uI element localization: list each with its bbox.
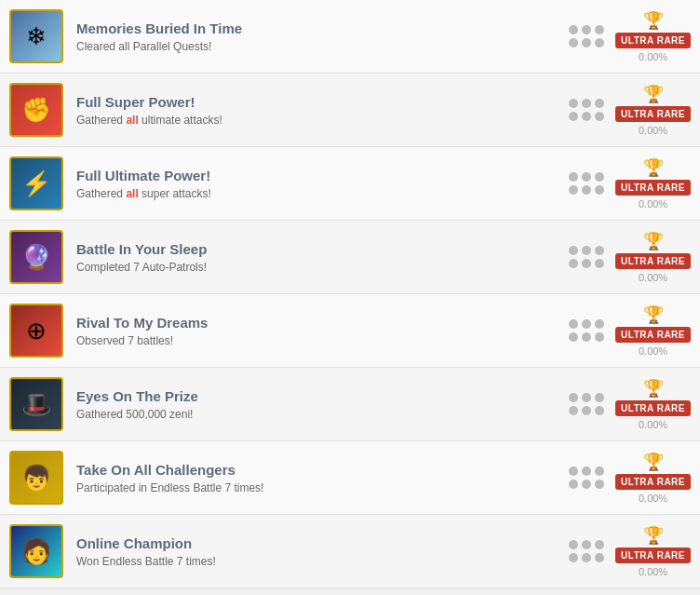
trophy-icon: 🏆 [643,452,664,472]
achievement-description: Won Endless Battle 7 times! [76,555,559,568]
dot [582,467,591,476]
dot [569,38,578,47]
dot [582,99,591,108]
dot [595,406,604,415]
dots-grid [569,172,604,195]
dot [595,25,604,34]
dot [569,99,578,108]
rarity-percentage: 0.00% [639,272,667,283]
achievement-icon: 🔮 [9,230,63,284]
achievement-right-panel: 🏆ULTRA RARE0.00% [569,231,691,283]
achievement-icon: ❄ [9,9,63,63]
rarity-block: 🏆ULTRA RARE0.00% [615,157,691,210]
achievement-right-panel: 🏆ULTRA RARE0.00% [569,525,691,577]
achievement-info: Full Ultimate Power!Gathered all super a… [76,168,569,200]
achievement-icon: ⊕ [9,304,63,358]
achievement-description: Participated in Endless Battle 7 times! [76,481,559,494]
dot [595,185,604,195]
achievement-description: Observed 7 battles! [76,334,559,347]
achievement-icon: ✊ [9,83,63,137]
rarity-badge: ULTRA RARE [615,253,691,269]
rarity-block: 🏆ULTRA RARE0.00% [615,452,691,504]
dot [569,540,578,549]
achievement-item: ✊Full Super Power!Gathered all ultimate … [0,74,700,147]
achievement-right-panel: 🏆ULTRA RARE0.00% [569,304,691,357]
achievement-title: Battle In Your Sleep [76,241,559,257]
dots-grid [569,99,604,121]
trophy-icon: 🏆 [643,84,664,104]
achievement-description: Cleared all Parallel Quests! [76,40,559,53]
dot [569,172,578,182]
trophy-icon: 🏆 [643,10,664,31]
dot [582,393,591,402]
achievement-icon: ⚡ [9,156,63,210]
trophy-icon: 🏆 [643,157,664,178]
dot [569,480,578,489]
achievement-right-panel: 🏆ULTRA RARE0.00% [569,378,691,430]
dot [595,332,604,342]
dot [595,553,604,562]
rarity-badge: ULTRA RARE [615,548,691,563]
achievement-title: Rival To My Dreams [76,315,559,331]
dots-grid [569,393,604,415]
achievement-info: Rival To My DreamsObserved 7 battles! [76,315,569,347]
dot [582,319,591,329]
dot [595,99,604,108]
dot [582,172,591,182]
trophy-icon: 🏆 [643,304,664,325]
dot [582,332,591,342]
dot [582,112,591,121]
dot [595,246,604,255]
rarity-percentage: 0.00% [639,566,667,577]
achievement-title: Eyes On The Prize [76,388,559,404]
achievement-right-panel: 🏆ULTRA RARE0.00% [569,452,691,504]
dot [595,259,604,268]
dot [582,38,591,47]
dot [569,332,578,342]
dot [595,172,604,182]
dots-grid [569,540,604,562]
rarity-badge: ULTRA RARE [615,400,691,416]
dot [582,259,591,268]
rarity-percentage: 0.00% [639,345,667,357]
dot [582,480,591,489]
achievement-icon: 👦 [9,451,63,505]
dot [595,393,604,402]
achievement-info: Take On All ChallengersParticipated in E… [76,462,569,494]
achievement-item: ⊕Rival To My DreamsObserved 7 battles!🏆U… [0,294,700,368]
rarity-block: 🏆ULTRA RARE0.00% [615,231,691,283]
achievement-title: Online Champion [76,535,559,551]
dot [569,467,578,476]
dot [595,480,604,489]
rarity-block: 🏆ULTRA RARE0.00% [615,525,691,577]
achievement-icon: 🧑 [9,524,63,578]
achievement-description: Gathered all super attacks! [76,187,559,200]
achievement-title: Full Ultimate Power! [76,168,559,183]
rarity-percentage: 0.00% [639,51,667,62]
dot [569,553,578,562]
dot [569,393,578,402]
dot [569,319,578,329]
rarity-badge: ULTRA RARE [615,474,691,490]
dot [569,246,578,255]
rarity-badge: ULTRA RARE [615,327,691,343]
dots-grid [569,25,604,47]
dot [569,25,578,34]
achievement-right-panel: 🏆ULTRA RARE0.00% [569,84,691,136]
achievement-description: Gathered all ultimate attacks! [76,114,559,127]
rarity-badge: ULTRA RARE [615,33,691,48]
dot [595,112,604,121]
trophy-icon: 🏆 [643,378,664,399]
achievement-description: Completed 7 Auto-Patrols! [76,261,559,274]
achievement-info: Battle In Your SleepCompleted 7 Auto-Pat… [76,241,569,274]
dot [595,467,604,476]
dot [569,185,578,195]
achievement-title: Full Super Power! [76,94,559,110]
dot [582,540,591,549]
achievement-item: 🎩Eyes On The PrizeGathered 500,000 zeni!… [0,368,700,441]
dot [582,185,591,195]
achievement-info: Eyes On The PrizeGathered 500,000 zeni! [76,388,569,421]
achievement-right-panel: 🏆ULTRA RARE0.00% [569,157,691,210]
achievement-item: 🔮Battle In Your SleepCompleted 7 Auto-Pa… [0,221,700,294]
dot [582,553,591,562]
